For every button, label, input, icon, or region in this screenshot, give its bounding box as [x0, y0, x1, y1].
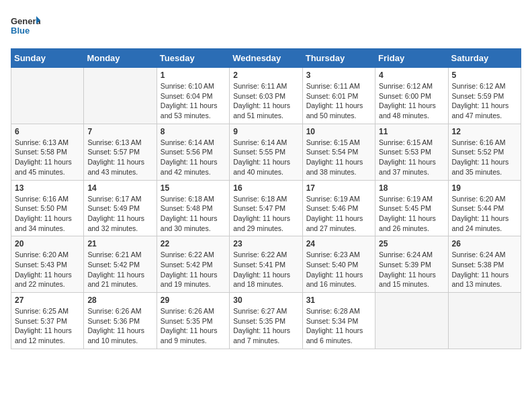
day-cell: 18Sunrise: 6:19 AMSunset: 5:45 PMDayligh… [375, 180, 448, 236]
day-info: Sunrise: 6:11 AMSunset: 6:03 PMDaylight:… [233, 81, 298, 121]
header-cell-friday: Friday [375, 49, 448, 68]
day-cell: 31Sunrise: 6:28 AMSunset: 5:34 PMDayligh… [302, 293, 375, 349]
day-number: 19 [452, 183, 517, 193]
day-cell [11, 68, 84, 124]
day-info: Sunrise: 6:15 AMSunset: 5:53 PMDaylight:… [379, 138, 444, 177]
day-info: Sunrise: 6:16 AMSunset: 5:50 PMDaylight:… [15, 194, 80, 234]
day-cell: 26Sunrise: 6:24 AMSunset: 5:38 PMDayligh… [448, 236, 521, 293]
calendar-table: SundayMondayTuesdayWednesdayThursdayFrid… [11, 48, 521, 349]
day-number: 3 [306, 71, 371, 80]
logo: General Blue [11, 11, 40, 40]
day-cell: 23Sunrise: 6:22 AMSunset: 5:41 PMDayligh… [230, 236, 302, 293]
week-row-2: 6Sunrise: 6:13 AMSunset: 5:58 PMDaylight… [11, 124, 521, 180]
day-number: 27 [15, 295, 80, 305]
day-info: Sunrise: 6:13 AMSunset: 5:57 PMDaylight:… [87, 138, 152, 177]
header-cell-wednesday: Wednesday [230, 49, 302, 68]
day-number: 7 [87, 127, 152, 136]
svg-text:General: General [11, 16, 40, 26]
day-info: Sunrise: 6:17 AMSunset: 5:49 PMDaylight:… [87, 194, 152, 234]
day-number: 1 [161, 71, 226, 80]
day-number: 14 [87, 183, 152, 193]
day-info: Sunrise: 6:14 AMSunset: 5:55 PMDaylight:… [233, 138, 298, 177]
day-cell: 8Sunrise: 6:14 AMSunset: 5:56 PMDaylight… [157, 124, 229, 180]
day-number: 17 [306, 183, 371, 193]
day-info: Sunrise: 6:16 AMSunset: 5:52 PMDaylight:… [452, 138, 517, 177]
day-cell: 17Sunrise: 6:19 AMSunset: 5:46 PMDayligh… [302, 180, 375, 236]
day-cell: 22Sunrise: 6:22 AMSunset: 5:42 PMDayligh… [157, 236, 229, 293]
day-number: 4 [379, 71, 444, 80]
page-header: General Blue [11, 11, 521, 40]
day-number: 25 [379, 239, 444, 248]
week-row-5: 27Sunrise: 6:25 AMSunset: 5:37 PMDayligh… [11, 293, 521, 349]
header-cell-monday: Monday [84, 49, 157, 68]
day-info: Sunrise: 6:23 AMSunset: 5:40 PMDaylight:… [306, 250, 371, 289]
day-number: 24 [306, 239, 371, 248]
day-info: Sunrise: 6:11 AMSunset: 6:01 PMDaylight:… [306, 81, 371, 121]
day-number: 22 [161, 239, 226, 248]
svg-text:Blue: Blue [11, 26, 30, 36]
day-cell: 9Sunrise: 6:14 AMSunset: 5:55 PMDaylight… [230, 124, 302, 180]
week-row-3: 13Sunrise: 6:16 AMSunset: 5:50 PMDayligh… [11, 180, 521, 236]
day-number: 20 [15, 239, 80, 248]
day-info: Sunrise: 6:19 AMSunset: 5:46 PMDaylight:… [306, 194, 371, 234]
day-cell: 30Sunrise: 6:27 AMSunset: 5:35 PMDayligh… [230, 293, 302, 349]
day-info: Sunrise: 6:19 AMSunset: 5:45 PMDaylight:… [379, 194, 444, 234]
day-cell [375, 293, 448, 349]
day-info: Sunrise: 6:20 AMSunset: 5:44 PMDaylight:… [452, 194, 517, 234]
day-cell: 16Sunrise: 6:18 AMSunset: 5:47 PMDayligh… [230, 180, 302, 236]
day-info: Sunrise: 6:26 AMSunset: 5:35 PMDaylight:… [161, 306, 226, 346]
day-info: Sunrise: 6:25 AMSunset: 5:37 PMDaylight:… [15, 306, 80, 346]
day-info: Sunrise: 6:10 AMSunset: 6:04 PMDaylight:… [161, 81, 226, 121]
day-cell: 13Sunrise: 6:16 AMSunset: 5:50 PMDayligh… [11, 180, 84, 236]
day-number: 21 [87, 239, 152, 248]
day-number: 11 [379, 127, 444, 136]
day-number: 26 [452, 239, 517, 248]
week-row-4: 20Sunrise: 6:20 AMSunset: 5:43 PMDayligh… [11, 236, 521, 293]
day-cell: 5Sunrise: 6:12 AMSunset: 5:59 PMDaylight… [448, 68, 521, 124]
day-cell: 11Sunrise: 6:15 AMSunset: 5:53 PMDayligh… [375, 124, 448, 180]
day-cell [84, 68, 157, 124]
day-info: Sunrise: 6:22 AMSunset: 5:41 PMDaylight:… [233, 250, 298, 289]
day-cell [448, 293, 521, 349]
day-info: Sunrise: 6:13 AMSunset: 5:58 PMDaylight:… [15, 138, 80, 177]
day-number: 16 [233, 183, 298, 193]
day-cell: 7Sunrise: 6:13 AMSunset: 5:57 PMDaylight… [84, 124, 157, 180]
day-cell: 27Sunrise: 6:25 AMSunset: 5:37 PMDayligh… [11, 293, 84, 349]
day-info: Sunrise: 6:24 AMSunset: 5:39 PMDaylight:… [379, 250, 444, 289]
day-info: Sunrise: 6:21 AMSunset: 5:42 PMDaylight:… [87, 250, 152, 289]
day-number: 6 [15, 127, 80, 136]
day-number: 31 [306, 295, 371, 305]
day-number: 15 [161, 183, 226, 193]
day-cell: 3Sunrise: 6:11 AMSunset: 6:01 PMDaylight… [302, 68, 375, 124]
day-number: 5 [452, 71, 517, 80]
day-cell: 14Sunrise: 6:17 AMSunset: 5:49 PMDayligh… [84, 180, 157, 236]
day-cell: 1Sunrise: 6:10 AMSunset: 6:04 PMDaylight… [157, 68, 229, 124]
day-cell: 2Sunrise: 6:11 AMSunset: 6:03 PMDaylight… [230, 68, 302, 124]
day-info: Sunrise: 6:18 AMSunset: 5:48 PMDaylight:… [161, 194, 226, 234]
day-info: Sunrise: 6:27 AMSunset: 5:35 PMDaylight:… [233, 306, 298, 346]
week-row-1: 1Sunrise: 6:10 AMSunset: 6:04 PMDaylight… [11, 68, 521, 124]
day-info: Sunrise: 6:24 AMSunset: 5:38 PMDaylight:… [452, 250, 517, 289]
day-cell: 10Sunrise: 6:15 AMSunset: 5:54 PMDayligh… [302, 124, 375, 180]
day-info: Sunrise: 6:26 AMSunset: 5:36 PMDaylight:… [87, 306, 152, 346]
header-cell-sunday: Sunday [11, 49, 84, 68]
day-number: 10 [306, 127, 371, 136]
day-number: 9 [233, 127, 298, 136]
day-info: Sunrise: 6:20 AMSunset: 5:43 PMDaylight:… [15, 250, 80, 289]
day-info: Sunrise: 6:12 AMSunset: 6:00 PMDaylight:… [379, 81, 444, 121]
day-info: Sunrise: 6:14 AMSunset: 5:56 PMDaylight:… [161, 138, 226, 177]
day-number: 12 [452, 127, 517, 136]
day-number: 28 [87, 295, 152, 305]
day-info: Sunrise: 6:28 AMSunset: 5:34 PMDaylight:… [306, 306, 371, 346]
day-number: 13 [15, 183, 80, 193]
day-info: Sunrise: 6:22 AMSunset: 5:42 PMDaylight:… [161, 250, 226, 289]
day-number: 8 [161, 127, 226, 136]
day-number: 30 [233, 295, 298, 305]
day-cell: 12Sunrise: 6:16 AMSunset: 5:52 PMDayligh… [448, 124, 521, 180]
day-cell: 6Sunrise: 6:13 AMSunset: 5:58 PMDaylight… [11, 124, 84, 180]
day-cell: 4Sunrise: 6:12 AMSunset: 6:00 PMDaylight… [375, 68, 448, 124]
day-cell: 25Sunrise: 6:24 AMSunset: 5:39 PMDayligh… [375, 236, 448, 293]
day-cell: 28Sunrise: 6:26 AMSunset: 5:36 PMDayligh… [84, 293, 157, 349]
day-info: Sunrise: 6:18 AMSunset: 5:47 PMDaylight:… [233, 194, 298, 234]
day-number: 18 [379, 183, 444, 193]
